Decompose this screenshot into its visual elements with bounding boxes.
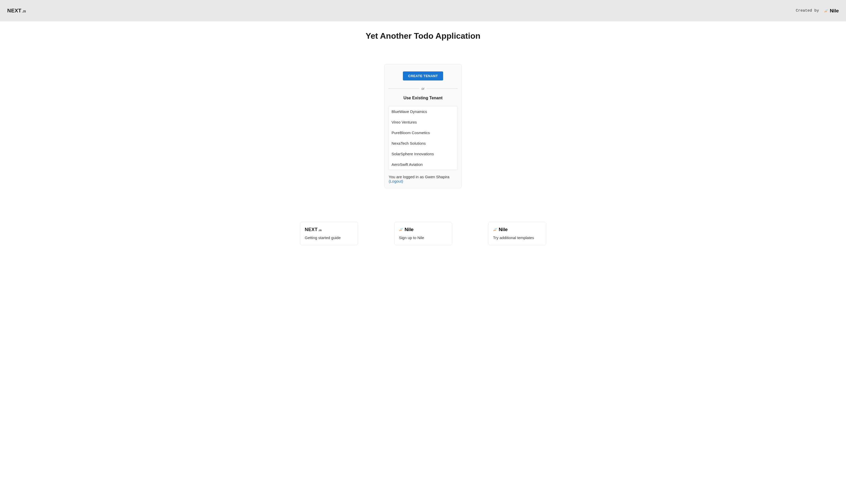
nile-logo-text: Nile: [830, 8, 839, 14]
login-status: You are logged in as Gwen Shapira (Logou…: [388, 175, 458, 183]
tenant-item[interactable]: SolarSphere Innovations: [389, 148, 457, 159]
nile-logo: Nile: [824, 8, 839, 14]
tenant-item[interactable]: Vireo Ventures: [389, 117, 457, 127]
tenant-item[interactable]: BlueWave Dynamics: [389, 106, 457, 117]
nile-icon: [493, 227, 498, 232]
tenant-item[interactable]: AeroSwift Aviation: [389, 159, 457, 170]
nextjs-logo-text: NEXT: [305, 227, 318, 232]
page-title: Yet Another Todo Application: [0, 31, 846, 41]
card-logo: NEXT .JS: [305, 227, 353, 232]
card-text: Sign up to Nile: [399, 235, 447, 240]
created-by-label: Created by: [796, 8, 819, 13]
divider-line-right: [427, 88, 458, 89]
logged-in-user: Gwen Shapira: [425, 175, 449, 179]
nextjs-logo-text: NEXT: [7, 8, 21, 14]
tenant-card: CREATE TENANT or Use Existing Tenant Blu…: [384, 64, 462, 188]
divider: or: [388, 87, 458, 91]
card-logo: Nile: [493, 227, 541, 232]
nextjs-logo-suffix: .JS: [318, 229, 322, 232]
header: NEXT .JS Created by Nile: [0, 0, 846, 21]
nile-logo-text: Nile: [499, 227, 508, 232]
nile-logo: Nile: [399, 227, 414, 232]
header-right: Created by Nile: [796, 8, 839, 14]
nextjs-logo: NEXT .JS: [305, 227, 322, 232]
nile-logo: Nile: [493, 227, 508, 232]
divider-text: or: [421, 87, 425, 91]
existing-tenant-title: Use Existing Tenant: [388, 96, 458, 100]
card-logo: Nile: [399, 227, 447, 232]
nile-icon: [824, 8, 829, 13]
tenant-item[interactable]: PureBloom Cosmetics: [389, 127, 457, 138]
create-tenant-button[interactable]: CREATE TENANT: [403, 71, 443, 80]
nextjs-logo: NEXT .JS: [7, 8, 26, 14]
tenant-list: BlueWave Dynamics Vireo Ventures PureBlo…: [388, 106, 458, 170]
logout-link[interactable]: (Logout): [389, 179, 403, 183]
templates-card[interactable]: Nile Try additional templates: [488, 222, 546, 245]
nextjs-logo-suffix: .JS: [22, 10, 26, 13]
card-text: Try additional templates: [493, 235, 541, 240]
tenant-item[interactable]: NexaTech Solutions: [389, 138, 457, 148]
getting-started-card[interactable]: NEXT .JS Getting started guide: [300, 222, 358, 245]
signup-nile-card[interactable]: Nile Sign up to Nile: [394, 222, 452, 245]
nile-icon: [399, 227, 404, 232]
login-status-prefix: You are logged in as: [389, 175, 425, 179]
card-text: Getting started guide: [305, 235, 353, 240]
nile-logo-text: Nile: [405, 227, 414, 232]
divider-line-left: [388, 88, 419, 89]
bottom-cards: NEXT .JS Getting started guide Nile Sign…: [0, 222, 846, 256]
